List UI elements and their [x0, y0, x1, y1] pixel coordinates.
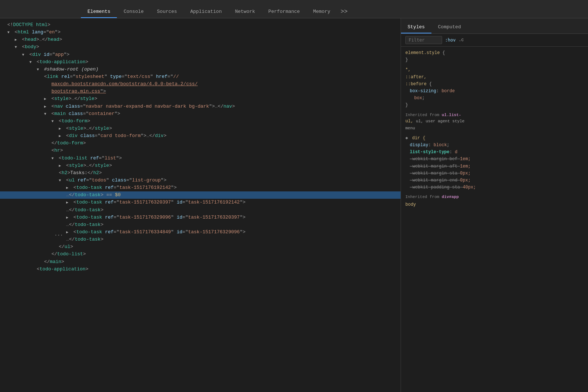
styles-panel: Styles Computed :hov .c element.style { …: [401, 18, 588, 392]
tab-network[interactable]: Network: [228, 6, 262, 18]
expand-arrow[interactable]: [59, 177, 63, 184]
tab-application[interactable]: Application: [184, 6, 229, 18]
dom-line[interactable]: …</todo-task>: [0, 221, 401, 229]
filter-dot-label: .c: [459, 37, 464, 43]
dom-line[interactable]: <div id="app">: [0, 51, 401, 58]
dom-line[interactable]: bootstrap.min.css">: [0, 88, 401, 95]
devtools-body: <!DOCTYPE html> <html lang="en"> <head>……: [0, 18, 588, 392]
tab-styles[interactable]: Styles: [401, 21, 431, 33]
tab-performance[interactable]: Performance: [262, 6, 306, 18]
dom-line[interactable]: <todo-application>: [0, 266, 401, 273]
dom-line[interactable]: <ul ref="todos" class="list-group">: [0, 177, 401, 184]
dom-line[interactable]: <todo-list ref="list">: [0, 155, 401, 162]
styles-tab-bar: Styles Computed: [401, 18, 588, 34]
expand-arrow[interactable]: [66, 184, 71, 191]
tab-computed[interactable]: Computed: [431, 21, 467, 33]
dom-line[interactable]: <style>…</style>: [0, 162, 401, 169]
dom-line[interactable]: <style>…</style>: [0, 95, 401, 103]
dom-line[interactable]: <style>…</style>: [0, 125, 401, 132]
tab-more[interactable]: >>: [337, 6, 351, 18]
expand-arrow[interactable]: [66, 199, 71, 206]
dom-line[interactable]: <todo-form>: [0, 118, 401, 125]
dom-line[interactable]: </ul>: [0, 243, 401, 251]
dom-line[interactable]: <main class="container">: [0, 110, 401, 118]
dom-line[interactable]: …</todo-task>: [0, 236, 401, 243]
css-rule-dir: ◆ dir { display: block; list-style-type:…: [401, 133, 588, 193]
expand-arrow[interactable]: [22, 51, 26, 58]
tab-sources[interactable]: Sources: [150, 6, 184, 18]
dom-line[interactable]: <todo-task ref="task-1517176192142">: [0, 184, 401, 191]
dom-line[interactable]: <hr>: [0, 147, 401, 154]
expand-arrow[interactable]: [51, 155, 56, 162]
filter-bar: :hov .c: [401, 34, 588, 47]
css-rule-universal: *, ::after, ::before { box-sizing: borde…: [401, 65, 588, 110]
expand-arrow[interactable]: [15, 43, 19, 51]
dom-line[interactable]: <head>…</head>: [0, 36, 401, 43]
tab-console[interactable]: Console: [117, 6, 150, 18]
dom-line[interactable]: …</todo-task>: [0, 206, 401, 214]
dom-panel: <!DOCTYPE html> <html lang="en"> <head>……: [0, 18, 401, 392]
inherited-label-2: Inherited from div#app: [401, 193, 588, 200]
expand-arrow[interactable]: [7, 29, 12, 36]
expand-arrow[interactable]: [66, 229, 71, 236]
dom-line[interactable]: <html lang="en">: [0, 29, 401, 36]
more-button[interactable]: ...: [54, 231, 63, 237]
filter-hov-label[interactable]: :hov: [445, 37, 456, 43]
expand-arrow[interactable]: [59, 162, 63, 169]
dom-line[interactable]: <h2>Tasks:</h2>: [0, 169, 401, 177]
expand-arrow[interactable]: [29, 58, 34, 66]
expand-arrow[interactable]: [15, 36, 19, 43]
dom-line[interactable]: <body>: [0, 43, 401, 51]
dom-line[interactable]: <todo-task ref="task-1517176320397" id="…: [0, 199, 401, 206]
dom-line[interactable]: <link rel="stylesheet" type="text/css" h…: [0, 73, 401, 80]
expand-arrow[interactable]: [59, 132, 63, 140]
expand-arrow[interactable]: [51, 118, 56, 125]
expand-arrow[interactable]: [44, 95, 49, 103]
expand-arrow[interactable]: [44, 110, 49, 118]
expand-arrow[interactable]: [37, 66, 41, 73]
expand-arrow[interactable]: [59, 125, 63, 132]
inherited-label: Inherited from ul.list-: [401, 111, 588, 118]
expand-arrow[interactable]: [44, 103, 49, 110]
dom-line[interactable]: <todo-task ref="task-1517176329096" id="…: [0, 214, 401, 221]
dom-line[interactable]: <!DOCTYPE html>: [0, 21, 401, 29]
inherited-body: body: [401, 200, 588, 210]
dom-line[interactable]: <nav class="navbar navbar-expand-md navb…: [0, 103, 401, 110]
dom-line[interactable]: </todo-list>: [0, 251, 401, 258]
css-rule-element-style: element.style { }: [401, 48, 588, 65]
filter-input[interactable]: [405, 36, 442, 44]
dom-line[interactable]: </todo-form>: [0, 140, 401, 147]
dom-line[interactable]: maxcdn.bootstrapcdn.com/bootstrap/4.0.0-…: [0, 80, 401, 88]
dom-line[interactable]: </main>: [0, 258, 401, 266]
tab-elements[interactable]: Elements: [81, 6, 117, 18]
css-rules: element.style { } *, ::after, ::before {…: [401, 47, 588, 392]
dom-line[interactable]: <div class="card todo-form">…</div>: [0, 132, 401, 140]
inherited-extra: ul, ul, user agent style menu: [401, 118, 588, 133]
expand-arrow[interactable]: [66, 214, 71, 221]
dom-line-selected[interactable]: …</todo-task> == $0: [0, 191, 401, 199]
tab-memory[interactable]: Memory: [306, 6, 337, 18]
dom-line[interactable]: <todo-application>: [0, 58, 401, 66]
tab-bar: Elements Console Sources Application Net…: [0, 0, 588, 18]
dom-line[interactable]: #shadow-root (open): [0, 66, 401, 73]
